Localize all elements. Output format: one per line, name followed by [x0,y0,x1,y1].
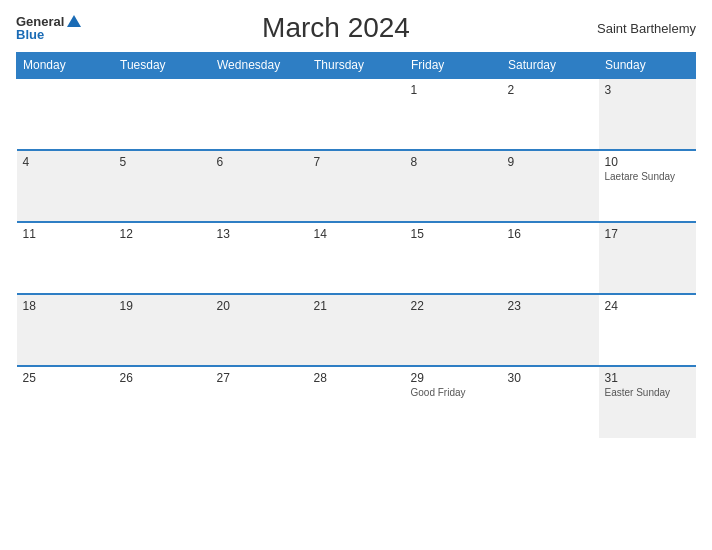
calendar-cell: 18 [17,294,114,366]
calendar-cell: 23 [502,294,599,366]
week-row-2: 45678910Laetare Sunday [17,150,696,222]
day-number: 18 [23,299,108,313]
calendar-cell: 3 [599,78,696,150]
logo-block: GeneralBlue [16,14,96,42]
calendar-cell: 4 [17,150,114,222]
day-number: 29 [411,371,496,385]
day-number: 15 [411,227,496,241]
col-header-saturday: Saturday [502,53,599,79]
calendar-cell [211,78,308,150]
col-header-thursday: Thursday [308,53,405,79]
calendar-table: MondayTuesdayWednesdayThursdayFridaySatu… [16,52,696,438]
day-number: 6 [217,155,302,169]
event-label: Easter Sunday [605,387,690,398]
week-row-1: 123 [17,78,696,150]
calendar-cell: 11 [17,222,114,294]
calendar-cell: 14 [308,222,405,294]
day-number: 9 [508,155,593,169]
calendar-cell [17,78,114,150]
day-number: 19 [120,299,205,313]
month-title: March 2024 [262,12,410,43]
event-label: Good Friday [411,387,496,398]
calendar-cell: 7 [308,150,405,222]
day-number: 30 [508,371,593,385]
day-number: 16 [508,227,593,241]
calendar-cell: 13 [211,222,308,294]
calendar-cell: 22 [405,294,502,366]
day-number: 31 [605,371,690,385]
calendar-cell: 9 [502,150,599,222]
calendar-cell: 10Laetare Sunday [599,150,696,222]
col-header-monday: Monday [17,53,114,79]
day-number: 13 [217,227,302,241]
day-number: 11 [23,227,108,241]
logo-triangle-icon [67,15,81,27]
col-header-wednesday: Wednesday [211,53,308,79]
day-number: 2 [508,83,593,97]
calendar-cell: 27 [211,366,308,438]
calendar-cell: 26 [114,366,211,438]
page: GeneralBlueMarch 2024Saint Barthelemy Mo… [0,0,712,550]
logo-blue: Blue [16,27,44,42]
calendar-cell: 25 [17,366,114,438]
week-row-4: 18192021222324 [17,294,696,366]
calendar-cell: 28 [308,366,405,438]
day-number: 1 [411,83,496,97]
day-number: 17 [605,227,690,241]
day-number: 8 [411,155,496,169]
calendar-cell: 5 [114,150,211,222]
col-header-tuesday: Tuesday [114,53,211,79]
day-number: 20 [217,299,302,313]
calendar-cell: 20 [211,294,308,366]
calendar-cell: 1 [405,78,502,150]
day-number: 10 [605,155,690,169]
day-number: 24 [605,299,690,313]
day-number: 21 [314,299,399,313]
day-number: 26 [120,371,205,385]
day-number: 7 [314,155,399,169]
calendar-cell: 21 [308,294,405,366]
calendar-cell: 2 [502,78,599,150]
calendar-header-row: MondayTuesdayWednesdayThursdayFridaySatu… [17,53,696,79]
event-label: Laetare Sunday [605,171,690,182]
calendar-cell: 6 [211,150,308,222]
day-number: 14 [314,227,399,241]
calendar-cell: 30 [502,366,599,438]
day-number: 4 [23,155,108,169]
calendar-cell: 31Easter Sunday [599,366,696,438]
day-number: 5 [120,155,205,169]
calendar-cell [308,78,405,150]
day-number: 28 [314,371,399,385]
calendar-cell: 19 [114,294,211,366]
week-row-3: 11121314151617 [17,222,696,294]
header: GeneralBlueMarch 2024Saint Barthelemy [16,12,696,44]
calendar-cell: 15 [405,222,502,294]
day-number: 22 [411,299,496,313]
week-row-5: 2526272829Good Friday3031Easter Sunday [17,366,696,438]
calendar-cell: 29Good Friday [405,366,502,438]
calendar-cell: 16 [502,222,599,294]
day-number: 25 [23,371,108,385]
day-number: 23 [508,299,593,313]
calendar-cell: 24 [599,294,696,366]
day-number: 3 [605,83,690,97]
day-number: 27 [217,371,302,385]
col-header-sunday: Sunday [599,53,696,79]
calendar-cell [114,78,211,150]
region-label: Saint Barthelemy [576,21,696,36]
calendar-cell: 12 [114,222,211,294]
day-number: 12 [120,227,205,241]
col-header-friday: Friday [405,53,502,79]
calendar-cell: 17 [599,222,696,294]
calendar-cell: 8 [405,150,502,222]
